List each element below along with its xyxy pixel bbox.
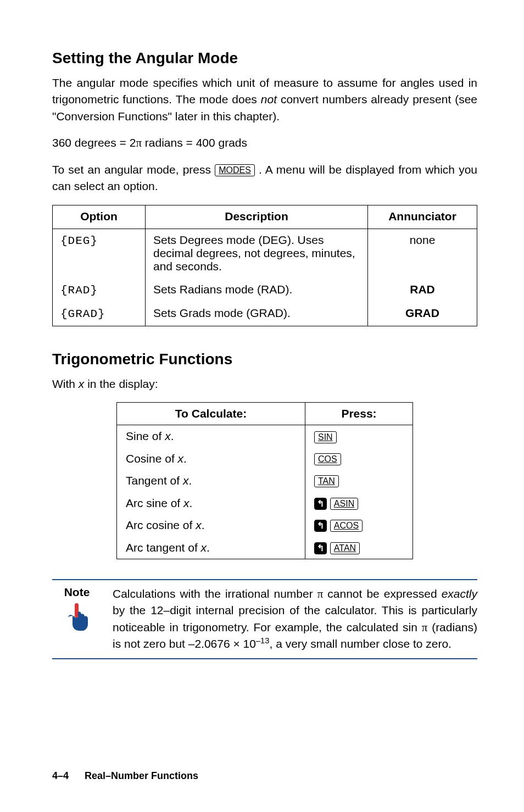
keycap-acos: ACOS — [330, 520, 363, 532]
cell-ann: RAD — [368, 279, 477, 302]
keycap-sin: SIN — [314, 431, 337, 443]
keycap-shift: ↰ — [314, 542, 327, 554]
pi-symbol: π — [317, 587, 324, 600]
cell-desc: Sets Degrees mode (DEG). Uses decimal de… — [146, 229, 368, 279]
cell-desc: Sets Grads mode (GRAD). — [146, 302, 368, 326]
text-emph-exactly: exactly — [442, 587, 477, 600]
cell-ann: none — [368, 229, 477, 279]
keycap-asin: ASIN — [330, 498, 358, 510]
pi-symbol: π — [422, 621, 428, 634]
keycap-shift: ↰ — [314, 498, 327, 510]
exponent: –13 — [256, 636, 270, 645]
cell-calculate: Arc cosine of x. — [117, 514, 305, 536]
table-row: Cosine of x.COS — [117, 448, 413, 470]
table-row: {RAD} Sets Radians mode (RAD). RAD — [53, 279, 477, 302]
cell-calculate: Arc tangent of x. — [117, 536, 305, 559]
text: To set an angular mode, press — [52, 163, 215, 176]
th-annunciator: Annunciator — [368, 205, 477, 229]
angular-mode-table: Option Description Annunciator {DEG} Set… — [52, 205, 477, 326]
page-footer: 4–4 Real–Number Functions — [52, 770, 198, 782]
cell-option: {RAD} — [53, 279, 146, 302]
keycap-atan: ATAN — [330, 542, 360, 554]
cell-option: {GRAD} — [53, 302, 146, 326]
note-label: Note — [52, 586, 102, 599]
para-angular-2: To set an angular mode, press MODES . A … — [52, 162, 477, 195]
keycap-cos: COS — [314, 453, 341, 465]
text-emph-not: not — [261, 93, 277, 105]
para-trig-intro: With x in the display: — [52, 376, 477, 392]
table-row: Tangent of x.TAN — [117, 470, 413, 492]
table-row: Arc sine of x.↰ ASIN — [117, 492, 413, 514]
table-row: Arc cosine of x.↰ ACOS — [117, 514, 413, 536]
keycap-modes: MODES — [215, 164, 255, 176]
heading-angular-mode: Setting the Angular Mode — [52, 49, 477, 67]
th-calculate: To Calculate: — [117, 403, 305, 425]
cell-calculate: Cosine of x. — [117, 448, 305, 470]
var-x: x — [79, 377, 85, 390]
th-description: Description — [146, 205, 368, 229]
chapter-name: Real–Number Functions — [85, 770, 198, 781]
text: Calculations with the irrational number — [113, 587, 317, 600]
note-block: Note Calculations with the irrational nu… — [52, 579, 477, 659]
svg-rect-0 — [75, 603, 79, 618]
page: Setting the Angular Mode The angular mod… — [0, 0, 524, 812]
hand-point-icon — [64, 602, 90, 632]
th-option: Option — [53, 205, 146, 229]
table-row: {GRAD} Sets Grads mode (GRAD). GRAD — [53, 302, 477, 326]
text: in the display: — [84, 377, 158, 390]
th-press: Press: — [305, 403, 413, 425]
cell-press: SIN — [305, 425, 413, 448]
note-label-column: Note — [52, 586, 102, 634]
cell-press: COS — [305, 448, 413, 470]
lcd-text: {RAD} — [60, 284, 98, 297]
table-header-row: Option Description Annunciator — [53, 205, 477, 229]
cell-press: ↰ ATAN — [305, 536, 413, 559]
cell-calculate: Sine of x. — [117, 425, 305, 448]
text: 360 degrees = 2 — [52, 136, 136, 149]
lcd-text: {DEG} — [60, 235, 98, 247]
lcd-text: {GRAD} — [60, 308, 105, 320]
cell-option: {DEG} — [53, 229, 146, 279]
heading-trig-functions: Trigonometric Functions — [52, 351, 477, 368]
table-row: Sine of x.SIN — [117, 425, 413, 448]
note-text: Calculations with the irrational number … — [113, 586, 477, 653]
table-row: {DEG} Sets Degrees mode (DEG). Uses deci… — [53, 229, 477, 279]
cell-desc: Sets Radians mode (RAD). — [146, 279, 368, 302]
text: , a very small number close to zero. — [269, 637, 451, 650]
cell-press: ↰ ACOS — [305, 514, 413, 536]
text: cannot be expressed — [323, 587, 441, 600]
trig-table: To Calculate: Press: Sine of x.SINCosine… — [116, 402, 413, 559]
keycap-tan: TAN — [314, 475, 339, 487]
table-row: Arc tangent of x.↰ ATAN — [117, 536, 413, 559]
text: With — [52, 377, 79, 390]
cell-press: ↰ ASIN — [305, 492, 413, 514]
table-header-row: To Calculate: Press: — [117, 403, 413, 425]
cell-press: TAN — [305, 470, 413, 492]
para-equation: 360 degrees = 2π radians = 400 grads — [52, 135, 477, 151]
keycap-shift: ↰ — [314, 520, 327, 532]
cell-calculate: Arc sine of x. — [117, 492, 305, 514]
pi-symbol: π — [136, 136, 142, 149]
para-angular-1: The angular mode specifies which unit of… — [52, 75, 477, 125]
cell-ann: GRAD — [368, 302, 477, 326]
text: radians = 400 grads — [142, 136, 247, 149]
page-number: 4–4 — [52, 770, 69, 781]
cell-calculate: Tangent of x. — [117, 470, 305, 492]
